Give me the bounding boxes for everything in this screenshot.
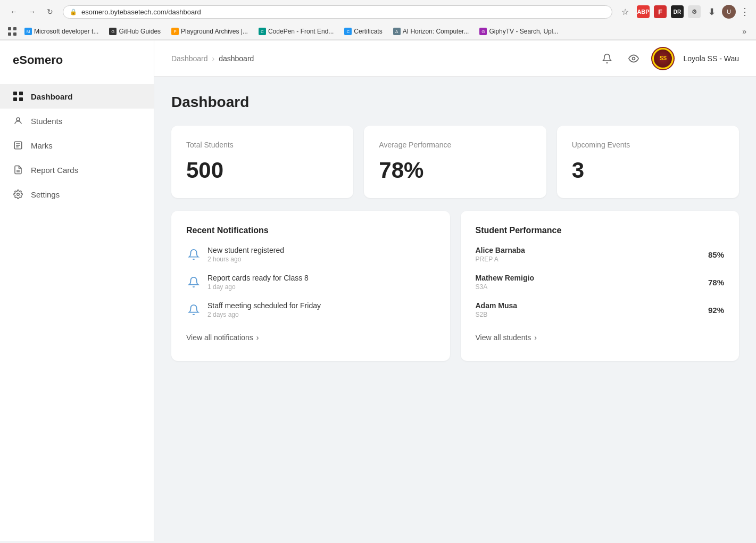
browser-toolbar: ← → ↻ 🔒 esomero.bytebasetech.com/dashboa… — [0, 0, 756, 23]
bookmark-giphy[interactable]: G GiphyTV - Search, Upl... — [475, 27, 562, 36]
forward-button[interactable]: → — [24, 4, 39, 19]
notification-item-0: New student registered 2 hours ago — [186, 246, 435, 263]
bookmarks-bar: M Microsoft developer t... G GitHub Guid… — [0, 23, 756, 40]
student-item-2: Adam Musa S2B 92% — [476, 301, 725, 318]
svg-rect-0 — [8, 27, 11, 30]
breadcrumb-separator: › — [212, 54, 215, 63]
svg-rect-4 — [13, 92, 17, 95]
student-score: 78% — [708, 278, 724, 287]
main-header: Dashboard › dashboard — [154, 40, 756, 77]
main-content: Dashboard › dashboard — [154, 40, 756, 541]
svg-rect-2 — [8, 32, 11, 36]
notification-bell-icon — [186, 275, 201, 290]
student-name: Adam Musa — [476, 301, 708, 310]
notification-time: 2 hours ago — [207, 256, 284, 263]
performance-title: Student Performance — [476, 226, 725, 235]
student-info: Adam Musa S2B — [476, 301, 708, 318]
apps-icon[interactable] — [6, 26, 18, 37]
downloads-icon[interactable]: ⬇ — [705, 5, 718, 18]
back-button[interactable]: ← — [6, 4, 21, 19]
app-logo: eSomero — [0, 53, 154, 84]
notifications-button[interactable] — [598, 50, 616, 68]
stat-card-upcoming-events: Upcoming Events 3 — [557, 126, 739, 198]
bookmarks-more[interactable]: » — [739, 26, 750, 37]
notification-content: New student registered 2 hours ago — [207, 246, 284, 263]
bookmark-favicon: M — [24, 28, 32, 35]
breadcrumb: Dashboard › dashboard — [171, 54, 254, 63]
browser-nav-buttons: ← → ↻ — [6, 4, 57, 19]
bookmark-github[interactable]: G GitHub Guides — [105, 27, 165, 36]
feedly-icon[interactable]: F — [654, 5, 667, 18]
profile-avatar[interactable]: U — [722, 5, 736, 19]
view-all-notifications-link[interactable]: View all notifications › — [186, 329, 435, 346]
student-name: Alice Barnaba — [476, 246, 708, 254]
page-body: Dashboard Total Students 500 Average Per… — [154, 77, 756, 378]
sidebar-item-label: Marks — [31, 141, 53, 150]
sidebar-item-dashboard[interactable]: Dashboard — [0, 84, 154, 109]
browser-chrome: ← → ↻ 🔒 esomero.bytebasetech.com/dashboa… — [0, 0, 756, 40]
bottom-grid: Recent Notifications New student registe… — [171, 211, 739, 361]
bookmark-certificats[interactable]: C Certificats — [340, 27, 386, 36]
notifications-panel: Recent Notifications New student registe… — [171, 211, 450, 361]
sidebar-item-settings[interactable]: Settings — [0, 182, 154, 207]
extensions-icon[interactable]: ⚙ — [688, 5, 701, 18]
notification-text: Report cards ready for Class 8 — [207, 274, 309, 282]
bookmark-favicon: P — [171, 28, 179, 35]
bookmark-favicon: C — [259, 28, 266, 35]
notification-text: New student registered — [207, 246, 284, 254]
stat-value: 78% — [379, 158, 531, 183]
bookmark-favicon: C — [344, 28, 352, 35]
dark-reader-icon[interactable]: DR — [671, 5, 684, 18]
adblock-icon[interactable]: ABP — [637, 5, 650, 18]
stats-grid: Total Students 500 Average Performance 7… — [171, 126, 739, 198]
sidebar-item-label: Settings — [31, 190, 60, 199]
notification-bell-icon — [186, 302, 201, 317]
svg-point-16 — [633, 57, 635, 60]
sidebar-item-marks[interactable]: Marks — [0, 133, 154, 158]
sidebar-item-report-cards[interactable]: Report Cards — [0, 158, 154, 182]
address-bar[interactable]: 🔒 esomero.bytebasetech.com/dashboard — [63, 5, 612, 19]
app-container: eSomero Dashboard — [0, 40, 756, 541]
security-icon: 🔒 — [70, 9, 77, 15]
stat-card-total-students: Total Students 500 — [171, 126, 353, 198]
bookmark-codepen[interactable]: C CodePen - Front End... — [254, 27, 338, 36]
stat-value: 3 — [572, 158, 724, 183]
sidebar-item-label: Report Cards — [31, 166, 78, 175]
visibility-button[interactable] — [625, 50, 643, 68]
stat-label: Average Performance — [379, 141, 531, 149]
students-icon — [13, 116, 23, 126]
notification-time: 1 day ago — [207, 283, 309, 291]
breadcrumb-root[interactable]: Dashboard — [171, 54, 208, 63]
stat-label: Total Students — [186, 141, 338, 149]
chevron-right-icon: › — [256, 333, 259, 342]
student-score: 85% — [708, 250, 724, 259]
bookmark-favicon: G — [479, 28, 487, 35]
performance-panel: Student Performance Alice Barnaba PREP A… — [461, 211, 740, 361]
notification-item-2: Staff meeting scheduled for Friday 2 day… — [186, 301, 435, 318]
bookmark-ai-horizon[interactable]: A AI Horizon: Computer... — [389, 27, 473, 36]
sidebar-item-students[interactable]: Students — [0, 109, 154, 133]
chrome-menu-icon[interactable]: ⋮ — [740, 6, 750, 18]
notifications-title: Recent Notifications — [186, 226, 435, 235]
notification-bell-icon — [186, 247, 201, 262]
sidebar-item-label: Students — [31, 117, 62, 126]
school-name: Loyola SS - Wau — [683, 54, 739, 63]
svg-rect-6 — [13, 97, 17, 101]
report-cards-icon — [13, 164, 23, 175]
settings-icon — [13, 189, 23, 200]
student-name: Mathew Remigio — [476, 274, 708, 282]
student-class: S3A — [476, 283, 708, 291]
view-all-students-link[interactable]: View all students › — [476, 329, 725, 346]
school-logo-inner: SS — [652, 48, 674, 69]
star-button[interactable]: ☆ — [618, 4, 633, 19]
bookmark-microsoft[interactable]: M Microsoft developer t... — [20, 27, 103, 36]
browser-actions: ☆ ABP F DR ⚙ ⬇ U ⋮ — [618, 4, 750, 19]
bookmark-playground[interactable]: P Playground Archives |... — [167, 27, 252, 36]
svg-rect-3 — [13, 32, 16, 36]
sidebar: eSomero Dashboard — [0, 40, 154, 541]
student-class: S2B — [476, 311, 708, 318]
student-score: 92% — [708, 306, 724, 315]
notification-content: Staff meeting scheduled for Friday 2 day… — [207, 301, 321, 318]
sidebar-item-label: Dashboard — [31, 92, 72, 101]
reload-button[interactable]: ↻ — [43, 4, 57, 19]
